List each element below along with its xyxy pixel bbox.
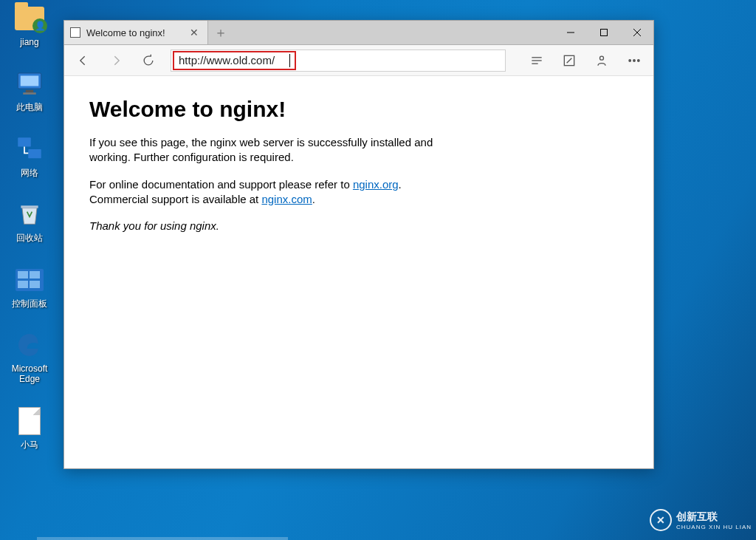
close-window-button[interactable]	[620, 21, 653, 44]
share-button[interactable]	[591, 50, 612, 71]
desktop-icon-file[interactable]: 小马	[1, 406, 58, 450]
desktop-icon-network[interactable]: 网络	[1, 134, 58, 178]
maximize-button[interactable]	[587, 21, 620, 44]
address-highlight	[173, 51, 296, 70]
minimize-button[interactable]	[554, 21, 587, 44]
svg-rect-6	[21, 206, 38, 208]
desktop-icon-label: Microsoft Edge	[1, 363, 58, 385]
address-input[interactable]	[179, 54, 289, 66]
edge-icon	[14, 329, 45, 360]
svg-point-16	[629, 59, 631, 61]
desktop-icon-label: 控制面板	[12, 298, 47, 309]
file-icon	[14, 406, 45, 437]
more-button[interactable]	[624, 50, 645, 71]
desktop-icons: 👤 jiang 此电脑 网络 回收站 控制面板 Microsoft Edge	[1, 3, 58, 450]
recycle-bin-icon	[14, 199, 45, 230]
desktop-icon-label: 回收站	[16, 233, 43, 243]
window-controls	[554, 21, 653, 44]
reading-view-button[interactable]	[526, 50, 547, 71]
network-icon	[14, 134, 45, 165]
page-thanks: Thank you for using nginx.	[89, 219, 473, 233]
refresh-button[interactable]	[138, 50, 159, 71]
watermark: ✕ 创新互联 CHUANG XIN HU LIAN	[650, 509, 752, 531]
page-content: Welcome to nginx! If you see this page, …	[64, 76, 653, 468]
tab-close-button[interactable]: ✕	[187, 27, 202, 38]
svg-rect-4	[18, 137, 31, 146]
svg-rect-3	[23, 93, 36, 95]
svg-rect-5	[28, 149, 41, 158]
text-cursor	[289, 54, 290, 67]
desktop-icon-label: 网络	[21, 168, 38, 178]
svg-point-18	[638, 59, 640, 61]
watermark-logo-icon: ✕	[650, 509, 672, 531]
control-panel-icon	[14, 264, 45, 295]
page-heading: Welcome to nginx!	[89, 97, 628, 122]
svg-point-17	[633, 59, 636, 61]
desktop-icon-label: jiang	[20, 37, 38, 47]
browser-window: Welcome to nginx! ✕ ＋	[63, 20, 654, 469]
toolbar	[64, 45, 653, 76]
back-button[interactable]	[73, 50, 94, 71]
svg-point-15	[600, 56, 604, 60]
watermark-brand: 创新互联	[676, 510, 718, 522]
desktop-icon-label: 小马	[21, 440, 38, 450]
desktop-icon-ms-edge[interactable]: Microsoft Edge	[1, 329, 58, 385]
taskbar[interactable]	[37, 537, 288, 540]
svg-rect-8	[600, 30, 607, 36]
page-icon	[70, 27, 80, 38]
this-pc-icon	[14, 68, 45, 99]
page-paragraph-2: For online documentation and support ple…	[89, 177, 473, 208]
desktop-icon-recycle-bin[interactable]: 回收站	[1, 199, 58, 243]
svg-rect-1	[21, 76, 39, 86]
tab-title: Welcome to nginx!	[86, 27, 187, 38]
forward-button[interactable]	[106, 50, 126, 71]
svg-rect-2	[26, 90, 34, 93]
desktop-icon-control-panel[interactable]: 控制面板	[1, 264, 58, 309]
folder-user-icon: 👤	[14, 3, 45, 34]
desktop-icon-this-pc[interactable]: 此电脑	[1, 68, 58, 112]
new-tab-button[interactable]: ＋	[208, 21, 233, 44]
desktop-icon-label: 此电脑	[16, 102, 43, 112]
address-bar[interactable]	[171, 49, 506, 72]
titlebar: Welcome to nginx! ✕ ＋	[64, 21, 653, 45]
link-nginx-com[interactable]: nginx.com	[261, 193, 312, 205]
notes-button[interactable]	[559, 50, 580, 71]
page-paragraph-1: If you see this page, the nginx web serv…	[89, 135, 473, 165]
browser-tab[interactable]: Welcome to nginx! ✕	[64, 21, 208, 44]
link-nginx-org[interactable]: nginx.org	[353, 178, 399, 191]
desktop-icon-user-folder[interactable]: 👤 jiang	[1, 3, 58, 47]
watermark-sub: CHUANG XIN HU LIAN	[676, 524, 752, 530]
